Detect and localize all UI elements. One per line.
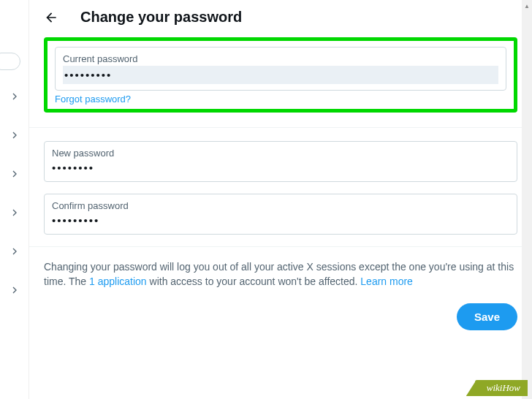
confirm-password-input[interactable]	[52, 213, 509, 228]
new-password-label: New password	[52, 148, 509, 159]
applications-link[interactable]: 1 application	[89, 276, 147, 287]
wikihow-watermark: wikiHow	[475, 380, 528, 396]
highlighted-current-password-section: Current password Forgot password?	[44, 37, 517, 113]
sidebar-pill	[0, 53, 20, 70]
forgot-password-link[interactable]: Forgot password?	[55, 94, 506, 104]
sidebar-chevron-6[interactable]	[8, 245, 21, 258]
sidebar-chevron-5[interactable]	[8, 206, 21, 219]
new-password-input[interactable]	[52, 160, 509, 175]
section-divider-2	[29, 246, 532, 247]
info-text: Changing your password will log you out …	[44, 260, 517, 289]
learn-more-link[interactable]: Learn more	[360, 276, 413, 287]
current-password-label: Current password	[63, 53, 498, 64]
confirm-password-group[interactable]: Confirm password	[44, 194, 517, 235]
current-password-group[interactable]: Current password	[55, 47, 506, 91]
new-password-group[interactable]: New password	[44, 141, 517, 182]
page-header: Change your password	[29, 0, 532, 37]
content-area: Change your password Current password Fo…	[29, 0, 532, 399]
sidebar-chevron-4[interactable]	[8, 167, 21, 180]
scrollbar-up-icon[interactable]: ▲	[522, 0, 532, 12]
sidebar-chevron-2[interactable]	[8, 90, 21, 103]
save-button-row: Save	[44, 303, 517, 330]
scrollbar-track[interactable]: ▲	[522, 0, 532, 399]
info-text-2: with access to your account won't be aff…	[147, 276, 361, 287]
sidebar-chevron-3[interactable]	[8, 129, 21, 142]
sidebar-chevron-7[interactable]	[8, 284, 21, 297]
save-button[interactable]: Save	[457, 303, 517, 330]
left-sidebar	[0, 0, 29, 399]
page-title: Change your password	[80, 9, 242, 26]
section-divider	[29, 127, 532, 128]
current-password-input[interactable]	[63, 66, 498, 84]
back-arrow-icon[interactable]	[44, 10, 58, 25]
confirm-password-label: Confirm password	[52, 200, 509, 211]
